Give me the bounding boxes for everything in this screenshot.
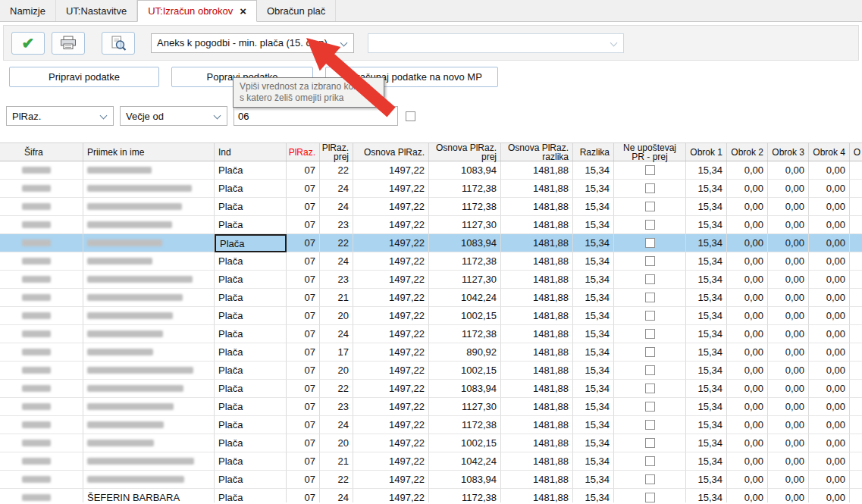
cell-name[interactable] [83, 289, 215, 307]
cell-obrok3[interactable]: 0,00 [768, 180, 809, 198]
cell-osnova_prej[interactable]: 1172,38 [429, 198, 501, 216]
cell-obrok3[interactable]: 0,00 [768, 271, 809, 289]
cell-name[interactable] [83, 252, 215, 271]
cell-ind[interactable]: Plača [215, 452, 287, 471]
cell-osnova_razlika[interactable]: 1481,88 [501, 252, 573, 271]
cell-obrok5[interactable] [850, 452, 862, 471]
cell-osnova_razlika[interactable]: 1481,88 [501, 234, 573, 252]
cell-ne_upostevaj[interactable] [614, 489, 686, 502]
cell-name[interactable] [83, 161, 215, 180]
cell-osnova_razlika[interactable]: 1481,88 [501, 434, 573, 452]
cell-obrok4[interactable]: 0,00 [809, 252, 850, 271]
cell-osnova_razlika[interactable]: 1481,88 [501, 380, 573, 398]
ne-upostevaj-checkbox[interactable] [645, 347, 655, 357]
cell-ind[interactable]: Plača [215, 198, 287, 216]
ne-upostevaj-checkbox[interactable] [645, 474, 655, 484]
cell-obrok5[interactable] [850, 325, 862, 343]
cell-ne_upostevaj[interactable] [614, 325, 686, 343]
cell-plraz[interactable]: 07 [287, 362, 320, 380]
cell-sifra[interactable] [0, 234, 83, 252]
filter-checkbox[interactable] [406, 111, 415, 121]
cell-razlika[interactable]: 15,34 [573, 434, 614, 452]
cell-sifra[interactable] [0, 343, 83, 362]
cell-obrok3[interactable]: 0,00 [768, 343, 809, 362]
cell-obrok2[interactable]: 0,00 [727, 398, 768, 416]
cell-obrok3[interactable]: 0,00 [768, 307, 809, 325]
cell-ne_upostevaj[interactable] [614, 252, 686, 271]
cell-sifra[interactable] [0, 252, 83, 271]
cell-ind[interactable]: Plača [215, 161, 287, 180]
cell-name[interactable] [83, 216, 215, 234]
cell-obrok2[interactable]: 0,00 [727, 489, 768, 502]
cell-osnova_razlika[interactable]: 1481,88 [501, 362, 573, 380]
cell-plraz[interactable]: 07 [287, 234, 320, 252]
table-row[interactable]: Plača07221497,221083,941481,8815,3415,34… [0, 161, 862, 180]
cell-plraz[interactable]: 07 [287, 343, 320, 362]
cell-osnova_prej[interactable]: 1042,24 [429, 452, 501, 471]
cell-ind[interactable]: Plača [215, 234, 287, 252]
cell-ind[interactable]: Plača [215, 271, 287, 289]
ne-upostevaj-checkbox[interactable] [645, 329, 655, 339]
ne-upostevaj-checkbox[interactable] [645, 238, 655, 248]
cell-name[interactable] [83, 471, 215, 489]
cell-name[interactable] [83, 398, 215, 416]
cell-obrok4[interactable]: 0,00 [809, 398, 850, 416]
cell-obrok4[interactable]: 0,00 [809, 452, 850, 471]
cell-osnova[interactable]: 1497,22 [353, 198, 429, 216]
cell-ind[interactable]: Plača [215, 489, 287, 502]
cell-plraz_prej[interactable]: 23 [320, 216, 353, 234]
cell-sifra[interactable] [0, 416, 83, 434]
cell-osnova_razlika[interactable]: 1481,88 [501, 416, 573, 434]
cell-obrok4[interactable]: 0,00 [809, 271, 850, 289]
cell-obrok3[interactable]: 0,00 [768, 325, 809, 343]
pripravi-podatke-button[interactable]: Pripravi podatke [9, 67, 159, 87]
table-row[interactable]: Plača07241497,221172,381481,8815,3415,34… [0, 180, 862, 198]
cell-obrok5[interactable] [850, 271, 862, 289]
cell-plraz[interactable]: 07 [287, 252, 320, 271]
cell-osnova_prej[interactable]: 1083,94 [429, 471, 501, 489]
cell-osnova[interactable]: 1497,22 [353, 234, 429, 252]
cell-osnova_razlika[interactable]: 1481,88 [501, 198, 573, 216]
table-row[interactable]: Plača07241497,221172,381481,8815,3415,34… [0, 325, 862, 343]
cell-osnova[interactable]: 1497,22 [353, 271, 429, 289]
cell-plraz_prej[interactable]: 23 [320, 271, 353, 289]
cell-osnova_razlika[interactable]: 1481,88 [501, 307, 573, 325]
cell-obrok1[interactable]: 15,34 [686, 398, 727, 416]
cell-ne_upostevaj[interactable] [614, 380, 686, 398]
cell-obrok4[interactable]: 0,00 [809, 234, 850, 252]
cell-razlika[interactable]: 15,34 [573, 307, 614, 325]
cell-obrok4[interactable]: 0,00 [809, 307, 850, 325]
cell-plraz_prej[interactable]: 22 [320, 471, 353, 489]
cell-osnova_razlika[interactable]: 1481,88 [501, 216, 573, 234]
tab-close-icon[interactable]: × [240, 5, 246, 17]
preview-button[interactable] [102, 32, 135, 55]
table-row[interactable]: Plača07171497,22890,921481,8815,3415,340… [0, 343, 862, 362]
cell-obrok3[interactable]: 0,00 [768, 489, 809, 502]
cell-name[interactable] [83, 452, 215, 471]
cell-osnova[interactable]: 1497,22 [353, 325, 429, 343]
cell-razlika[interactable]: 15,34 [573, 161, 614, 180]
ne-upostevaj-checkbox[interactable] [645, 274, 655, 284]
cell-osnova[interactable]: 1497,22 [353, 252, 429, 271]
cell-plraz_prej[interactable]: 20 [320, 307, 353, 325]
column-header-razlika[interactable]: Razlika [573, 143, 614, 161]
cell-sifra[interactable] [0, 198, 83, 216]
cell-ne_upostevaj[interactable] [614, 343, 686, 362]
column-header-osnova[interactable]: Osnova PlRaz. [353, 143, 429, 161]
cell-plraz_prej[interactable]: 24 [320, 489, 353, 502]
cell-plraz_prej[interactable]: 24 [320, 416, 353, 434]
cell-obrok1[interactable]: 15,34 [686, 307, 727, 325]
cell-obrok1[interactable]: 15,34 [686, 234, 727, 252]
cell-obrok5[interactable] [850, 216, 862, 234]
cell-name[interactable] [83, 362, 215, 380]
cell-obrok2[interactable]: 0,00 [727, 380, 768, 398]
table-row[interactable]: Plača07231497,221127,301481,8815,3415,34… [0, 271, 862, 289]
cell-ne_upostevaj[interactable] [614, 471, 686, 489]
ne-upostevaj-checkbox[interactable] [645, 383, 655, 393]
cell-ne_upostevaj[interactable] [614, 307, 686, 325]
cell-razlika[interactable]: 15,34 [573, 398, 614, 416]
cell-plraz[interactable]: 07 [287, 398, 320, 416]
cell-obrok2[interactable]: 0,00 [727, 416, 768, 434]
cell-ind[interactable]: Plača [215, 289, 287, 307]
cell-obrok3[interactable]: 0,00 [768, 234, 809, 252]
